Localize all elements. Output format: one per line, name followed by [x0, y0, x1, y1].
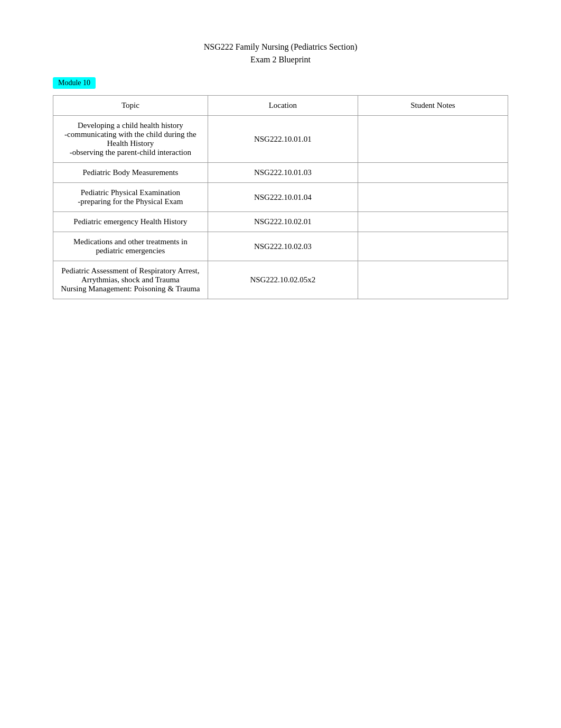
- page-header: NSG222 Family Nursing (Pediatrics Sectio…: [53, 42, 508, 64]
- table-cell-notes[interactable]: [358, 183, 508, 212]
- table-header-row: Topic Location Student Notes: [53, 96, 508, 116]
- table-cell-topic: Pediatric Assessment of Respiratory Arre…: [53, 261, 208, 299]
- table-cell-topic: Pediatric Physical Examination-preparing…: [53, 183, 208, 212]
- table-row: Pediatric Body MeasurementsNSG222.10.01.…: [53, 163, 508, 183]
- table-cell-notes[interactable]: [358, 212, 508, 232]
- table-row: Pediatric Assessment of Respiratory Arre…: [53, 261, 508, 299]
- table-cell-location: NSG222.10.02.05x2: [208, 261, 358, 299]
- col-header-notes: Student Notes: [358, 96, 508, 116]
- col-header-topic: Topic: [53, 96, 208, 116]
- table-cell-notes[interactable]: [358, 116, 508, 163]
- blueprint-table: Topic Location Student Notes Developing …: [53, 95, 508, 299]
- table-cell-topic: Pediatric Body Measurements: [53, 163, 208, 183]
- table-row: Pediatric Physical Examination-preparing…: [53, 183, 508, 212]
- page-subtitle: Exam 2 Blueprint: [53, 55, 508, 64]
- table-cell-notes[interactable]: [358, 163, 508, 183]
- table-cell-topic: Pediatric emergency Health History: [53, 212, 208, 232]
- table-cell-location: NSG222.10.02.03: [208, 232, 358, 261]
- table-row: Developing a child health history-commun…: [53, 116, 508, 163]
- table-row: Pediatric emergency Health HistoryNSG222…: [53, 212, 508, 232]
- page-title: NSG222 Family Nursing (Pediatrics Sectio…: [53, 42, 508, 52]
- table-cell-topic: Developing a child health history-commun…: [53, 116, 208, 163]
- col-header-location: Location: [208, 96, 358, 116]
- table-cell-location: NSG222.10.01.03: [208, 163, 358, 183]
- table-cell-topic: Medications and other treatments in pedi…: [53, 232, 208, 261]
- table-cell-notes[interactable]: [358, 261, 508, 299]
- table-cell-notes[interactable]: [358, 232, 508, 261]
- table-cell-location: NSG222.10.01.01: [208, 116, 358, 163]
- table-row: Medications and other treatments in pedi…: [53, 232, 508, 261]
- module-badge: Module 10: [53, 77, 96, 89]
- table-cell-location: NSG222.10.02.01: [208, 212, 358, 232]
- table-cell-location: NSG222.10.01.04: [208, 183, 358, 212]
